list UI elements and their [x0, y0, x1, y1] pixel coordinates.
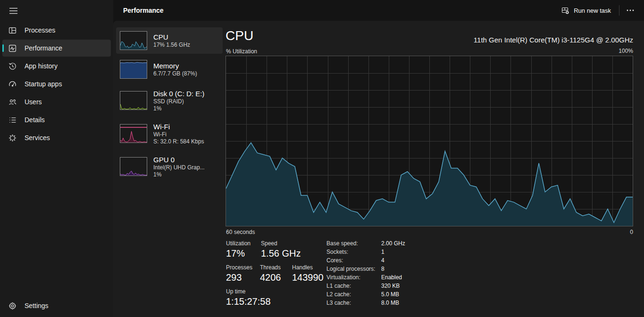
topbar-actions: Run new task	[556, 0, 638, 21]
perf-item-cpu[interactable]: CPU 17% 1.56 GHz	[116, 27, 223, 54]
perf-item-memory[interactable]: Memory 6.7/7.7 GB (87%)	[116, 56, 223, 83]
stat-label-uptime: Up time	[226, 288, 245, 295]
services-icon	[8, 134, 17, 142]
performance-icon	[8, 44, 17, 52]
sidebar-item-services[interactable]: Services	[2, 129, 111, 146]
detail-label: L1 cache:	[326, 283, 351, 289]
perf-item-stat: 1%	[153, 105, 204, 112]
sidebar-item-processes[interactable]: Processes	[2, 22, 111, 39]
processes-icon	[8, 26, 17, 34]
perf-item-title: CPU	[153, 33, 190, 42]
detail-label: L3 cache:	[326, 300, 351, 306]
perf-item-stat: Intel(R) UHD Grap...	[153, 164, 205, 171]
perf-item-stat: S: 32.0 R: 584 Kbps	[153, 138, 204, 145]
topbar-divider	[619, 5, 619, 16]
content-area: CPU 17% 1.56 GHz Memory 6.7/7.7 GB (87%)…	[113, 21, 644, 317]
stat-value-uptime: 1:15:27:58	[226, 296, 271, 307]
detail-row: Virtualization: Enabled	[326, 274, 468, 283]
sidebar-item-label: Startup apps	[25, 80, 62, 88]
detail-value: 4	[381, 257, 385, 264]
sidebar-item-label: Processes	[25, 26, 55, 34]
detail-value: 8	[381, 266, 385, 272]
gear-icon	[8, 302, 17, 310]
stat-label-processes: Processes	[226, 264, 252, 271]
detail-row: Cores: 4	[326, 257, 468, 266]
y-axis-label: % Utilization	[226, 48, 257, 55]
sidebar-item-users[interactable]: Users	[2, 93, 111, 110]
perf-item-title: GPU 0	[153, 155, 205, 164]
cpu-mini-chart	[120, 31, 147, 50]
detail-value: 5.0 MB	[381, 291, 399, 298]
detail-label: Virtualization:	[326, 274, 360, 281]
x-axis-right-label: 0	[630, 229, 633, 235]
detail-label: L2 cache:	[326, 291, 351, 298]
detail-label: Base speed:	[326, 240, 358, 247]
sidebar-item-details[interactable]: Details	[2, 111, 111, 128]
sidebar-item-performance[interactable]: Performance	[2, 40, 111, 57]
sidebar-item-settings[interactable]: Settings	[2, 297, 111, 314]
selection-accent-bar	[2, 44, 4, 52]
sidebar: Processes Performance App history Startu…	[0, 0, 113, 317]
disk-mini-chart	[120, 91, 147, 110]
sidebar-item-startup-apps[interactable]: Startup apps	[2, 75, 111, 92]
detail-value: 8.0 MB	[381, 300, 399, 306]
stat-label-utilization: Utilization	[226, 240, 251, 247]
cpu-panel-title: CPU	[226, 28, 253, 43]
cpu-model-name: 11th Gen Intel(R) Core(TM) i3-1125G4 @ 2…	[474, 36, 633, 44]
perf-item-disk[interactable]: Disk 0 (C: D: E:) SSD (RAID) 1%	[116, 85, 223, 116]
sidebar-item-label: Users	[25, 98, 42, 106]
perf-item-gpu[interactable]: GPU 0 Intel(R) UHD Grap... 1%	[116, 151, 223, 182]
perf-item-stat: 6.7/7.7 GB (87%)	[153, 70, 197, 77]
cpu-utilization-chart	[226, 56, 633, 226]
stat-value-utilization: 17%	[226, 248, 245, 259]
perf-item-title: Disk 0 (C: D: E:)	[153, 89, 204, 98]
sidebar-item-label: Services	[25, 134, 50, 142]
more-options-button[interactable]	[622, 3, 638, 17]
sidebar-item-label: App history	[25, 62, 58, 70]
perf-item-title: Memory	[153, 61, 197, 70]
perf-item-stat: Wi-Fi	[153, 131, 204, 138]
sidebar-item-label: Settings	[25, 302, 49, 309]
perf-item-stat: SSD (RAID)	[153, 98, 204, 105]
sidebar-nav: Processes Performance App history Startu…	[0, 21, 113, 147]
gpu-mini-chart	[120, 157, 147, 176]
ellipsis-icon	[627, 9, 634, 11]
detail-value: 320 KB	[381, 283, 400, 289]
detail-label: Logical processors:	[326, 266, 375, 272]
detail-row: L1 cache: 320 KB	[326, 283, 468, 291]
run-new-task-label: Run new task	[574, 7, 611, 14]
detail-value: 1	[381, 249, 385, 255]
perf-item-title: Wi-Fi	[153, 122, 204, 131]
run-new-task-button[interactable]: Run new task	[556, 3, 616, 18]
detail-row: Logical processors: 8	[326, 266, 468, 274]
run-new-task-icon	[561, 7, 569, 15]
wifi-mini-chart	[120, 124, 147, 143]
detail-row: L2 cache: 5.0 MB	[326, 291, 468, 300]
stat-value-processes: 293	[226, 272, 242, 283]
app-history-icon	[8, 62, 17, 70]
details-icon	[8, 116, 17, 124]
perf-item-stat: 17% 1.56 GHz	[153, 42, 190, 49]
detail-row: Base speed: 2.00 GHz	[326, 240, 468, 249]
stat-label-handles: Handles	[292, 264, 313, 271]
memory-mini-chart	[120, 60, 147, 79]
x-axis-left-label: 60 seconds	[226, 229, 255, 235]
topbar: Performance Run new task	[113, 0, 644, 21]
page-title: Performance	[123, 7, 164, 14]
detail-row: Sockets: 1	[326, 249, 468, 257]
y-axis-max-label: 100%	[619, 48, 633, 54]
stat-label-threads: Threads	[260, 264, 281, 271]
detail-value: Enabled	[381, 274, 402, 281]
startup-apps-icon	[8, 80, 17, 88]
perf-item-wifi[interactable]: Wi-Fi Wi-Fi S: 32.0 R: 584 Kbps	[116, 118, 223, 149]
detail-value: 2.00 GHz	[381, 240, 405, 247]
users-icon	[8, 98, 17, 106]
detail-row: L3 cache: 8.0 MB	[326, 300, 468, 308]
sidebar-item-app-history[interactable]: App history	[2, 58, 111, 75]
stat-value-threads: 4206	[260, 272, 281, 283]
stat-value-handles: 143990	[292, 272, 324, 283]
hamburger-menu-icon[interactable]	[5, 4, 22, 18]
performance-metric-list: CPU 17% 1.56 GHz Memory 6.7/7.7 GB (87%)…	[113, 27, 226, 182]
perf-item-stat: 1%	[153, 171, 205, 178]
sidebar-item-label: Details	[25, 116, 45, 124]
